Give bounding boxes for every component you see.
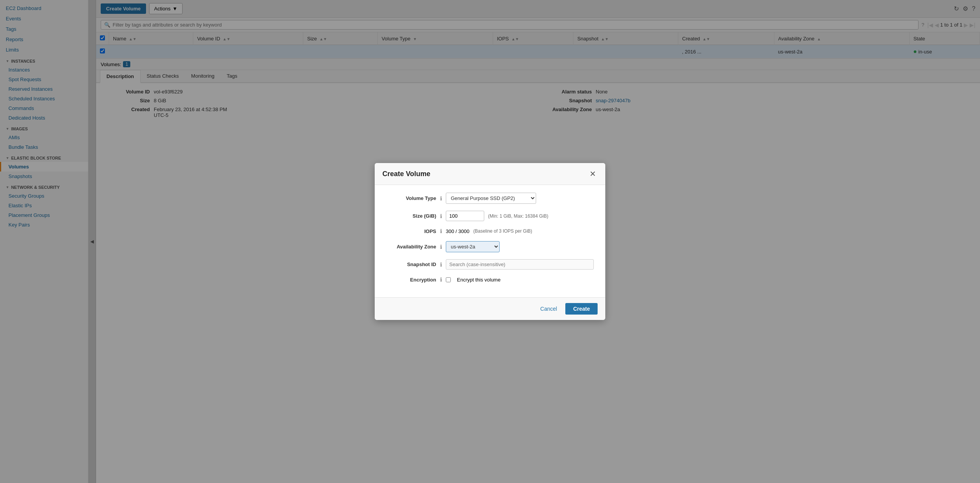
form-label-iops: IOPS xyxy=(386,228,440,234)
iops-hint: (Baseline of 3 IOPS per GiB) xyxy=(473,228,532,234)
az-info-icon[interactable]: ℹ xyxy=(440,244,442,250)
size-control: (Min: 1 GiB, Max: 16384 GiB) xyxy=(446,211,594,221)
encrypt-checkbox[interactable] xyxy=(446,277,451,282)
iops-value: 300 / 3000 xyxy=(446,228,469,234)
size-info-icon[interactable]: ℹ xyxy=(440,213,442,219)
modal-header: Create Volume ✕ xyxy=(375,163,605,185)
modal-body: Volume Type ℹ General Purpose SSD (GP2) … xyxy=(375,185,605,297)
form-row-size: Size (GiB) ℹ (Min: 1 GiB, Max: 16384 GiB… xyxy=(386,211,594,221)
form-row-az: Availability Zone ℹ us-west-2a us-west-2… xyxy=(386,241,594,252)
az-select[interactable]: us-west-2a us-west-2b us-west-2c xyxy=(446,241,500,252)
form-row-iops: IOPS ℹ 300 / 3000 (Baseline of 3 IOPS pe… xyxy=(386,228,594,234)
encryption-info-icon[interactable]: ℹ xyxy=(440,276,442,283)
iops-info-icon[interactable]: ℹ xyxy=(440,228,442,234)
volume-type-info-icon[interactable]: ℹ xyxy=(440,195,442,202)
snapshot-id-input[interactable] xyxy=(446,259,594,270)
snapshot-id-control xyxy=(446,259,594,270)
create-volume-modal: Create Volume ✕ Volume Type ℹ General Pu… xyxy=(375,163,605,320)
form-row-encryption: Encryption ℹ Encrypt this volume xyxy=(386,276,594,283)
volume-type-control: General Purpose SSD (GP2) Magnetic Provi… xyxy=(446,193,594,204)
size-hint: (Min: 1 GiB, Max: 16384 GiB) xyxy=(488,213,548,219)
snapshot-info-icon[interactable]: ℹ xyxy=(440,261,442,268)
cancel-button[interactable]: Cancel xyxy=(536,303,562,314)
iops-control: 300 / 3000 (Baseline of 3 IOPS per GiB) xyxy=(446,228,594,234)
modal-footer: Cancel Create xyxy=(375,297,605,320)
form-label-size: Size (GiB) xyxy=(386,213,440,219)
form-label-encryption: Encryption xyxy=(386,277,440,283)
encrypt-label[interactable]: Encrypt this volume xyxy=(457,277,500,283)
az-control: us-west-2a us-west-2b us-west-2c xyxy=(446,241,594,252)
modal-title: Create Volume xyxy=(382,170,430,178)
form-row-volume-type: Volume Type ℹ General Purpose SSD (GP2) … xyxy=(386,193,594,204)
form-row-snapshot-id: Snapshot ID ℹ xyxy=(386,259,594,270)
modal-close-button[interactable]: ✕ xyxy=(588,169,598,178)
encryption-control: Encrypt this volume xyxy=(446,277,594,283)
create-button[interactable]: Create xyxy=(565,303,598,315)
size-input[interactable] xyxy=(446,211,484,221)
form-label-volume-type: Volume Type xyxy=(386,195,440,201)
form-label-snapshot-id: Snapshot ID xyxy=(386,261,440,267)
modal-overlay[interactable]: Create Volume ✕ Volume Type ℹ General Pu… xyxy=(0,0,980,483)
form-label-az: Availability Zone xyxy=(386,244,440,250)
volume-type-select[interactable]: General Purpose SSD (GP2) Magnetic Provi… xyxy=(446,193,536,204)
